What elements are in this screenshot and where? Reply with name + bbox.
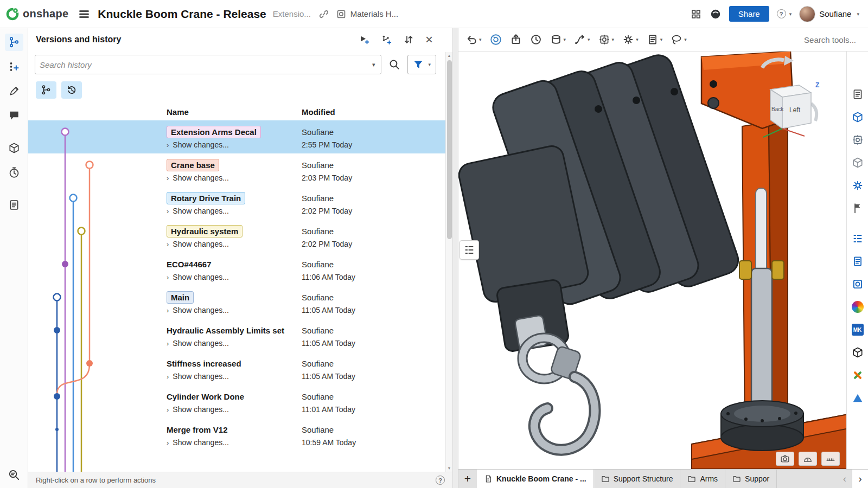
create-branch-button[interactable] [381,34,392,45]
solid-cube-panel-button[interactable] [851,156,865,170]
explode-button[interactable]: ▾ [668,31,690,48]
view-cube-left-face[interactable]: Left [789,106,801,114]
search-submit-button[interactable] [385,55,404,74]
help-icon[interactable]: ? [436,476,445,485]
history-search-input[interactable] [40,60,371,69]
calendar-app-button[interactable] [851,277,865,291]
version-row[interactable]: Crane base › Show changes... Soufiane 2:… [28,153,452,187]
version-row[interactable]: Stiffness increased › Show changes... So… [28,352,452,385]
version-row[interactable]: Hydraulic system › Show changes... Soufi… [28,220,452,253]
measure-panel-button[interactable] [851,201,865,215]
search-tools-input[interactable]: Search tools... [804,35,864,44]
show-changes-link[interactable]: › Show changes... [167,337,302,349]
show-changes-link[interactable]: › Show changes... [167,436,302,448]
snap-mode-button[interactable]: ▾ [571,31,593,48]
panel-scrollbar[interactable]: ▲ ▼ [445,52,452,472]
search-dropdown-caret[interactable]: ▾ [371,61,377,68]
versions-history-panel-button[interactable] [5,34,23,51]
assembly-panel-button[interactable] [851,110,865,124]
comments-button[interactable] [5,107,23,124]
mate-button[interactable]: ▾ [547,31,569,48]
model-canvas[interactable]: Back Left Z [458,52,868,469]
add-tab-button[interactable]: + [458,470,477,488]
appearance-button[interactable] [5,82,23,100]
version-row[interactable]: Merge from V12 › Show changes... Soufian… [28,418,452,451]
tab-suppor[interactable]: Suppor [725,470,777,488]
chevron-down-icon: ▾ [789,11,792,17]
show-changes-link[interactable]: › Show changes... [167,238,302,250]
views-panel-button[interactable] [851,133,865,147]
view-toggles [28,78,452,102]
show-changes-link[interactable]: › Show changes... [167,205,302,217]
show-changes-link[interactable]: › Show changes... [167,370,302,382]
show-changes-link[interactable]: › Show changes... [167,403,302,415]
compare-versions-button[interactable] [403,34,414,45]
history-filter-toggle[interactable] [61,81,82,99]
tab-support-structure[interactable]: Support Structure [594,470,681,488]
version-row[interactable]: Main › Show changes... Soufiane 11:05 AM… [28,286,452,319]
history-button[interactable] [5,164,23,181]
parts-button[interactable] [5,139,23,157]
document-menu-button[interactable] [78,8,90,20]
notes-button[interactable] [5,196,23,214]
format-panel-button[interactable] [851,87,865,101]
filter-button[interactable]: ▾ [407,55,436,74]
feature-list-toggle[interactable] [459,240,479,260]
version-row[interactable]: Rotary Drive Train › Show changes... Sou… [28,187,452,220]
tabs-next-button[interactable]: › [852,470,868,488]
scroll-up-arrow[interactable]: ▲ [448,52,451,59]
bom-button[interactable]: ▾ [644,31,666,48]
panel-resize-divider[interactable] [453,28,458,488]
redo-button[interactable] [487,31,505,48]
scale-bar-button[interactable] [821,452,840,466]
version-row[interactable]: Extension Arms Decal › Show changes... S… [28,120,452,153]
search-graphics-button[interactable] [8,468,21,481]
graph-filter-toggle[interactable] [36,81,56,99]
tab-knuckle-boom-crane[interactable]: Knuckle Boom Crane - ... [477,470,594,488]
version-row[interactable]: ECO#44667 › Show changes... Soufiane 11:… [28,253,452,286]
help-menu-button[interactable]: ? ▾ [777,9,792,18]
onshape-logo[interactable]: onshape [5,7,68,21]
version-time: 11:05 AM Today [302,370,447,382]
close-panel-button[interactable]: × [425,33,433,46]
create-version-button[interactable] [359,34,369,45]
share-button[interactable]: Share [729,6,769,22]
tab-arms[interactable]: Arms [680,470,725,488]
edit-in-context-button[interactable]: ▾ [596,31,617,48]
show-changes-link[interactable]: › Show changes... [167,139,302,151]
wire-cube-app-button[interactable] [851,345,865,359]
show-changes-link[interactable]: › Show changes... [167,304,302,316]
document-panel-button[interactable] [851,254,865,268]
learning-center-button[interactable] [710,8,722,20]
version-row[interactable]: Hydraulic Assembly Limits set › Show cha… [28,319,452,352]
show-changes-link[interactable]: › Show changes... [167,271,302,283]
snapshot-button[interactable] [776,452,794,466]
x-app-button[interactable] [851,368,865,382]
share-link-button[interactable] [318,9,329,20]
outline-panel-button[interactable] [851,232,865,246]
tab-bar: + Knuckle Boom Crane - ...Support Struct… [458,469,868,488]
history-search-row: ▾ ▾ [28,51,452,78]
undo-button[interactable]: ▾ [463,31,484,48]
pinwheel-app-button[interactable] [851,178,865,192]
mk-app-button[interactable]: MK [851,323,865,337]
scroll-down-arrow[interactable]: ▼ [448,465,451,472]
named-positions-button[interactable] [527,31,545,48]
app-store-button[interactable] [690,8,702,20]
user-menu-button[interactable]: Soufiane ▾ [799,6,859,22]
materials-tab-label: Materials H... [350,9,398,18]
tabs-prev-button[interactable]: ‹ [838,470,852,488]
orientation-button[interactable] [799,452,817,466]
show-changes-link[interactable]: › Show changes... [167,172,302,184]
insert-instance-button[interactable] [5,58,23,75]
insert-button[interactable] [507,31,525,48]
version-row[interactable]: Cylinder Work Done › Show changes... Sou… [28,385,452,418]
view-cube-back-face[interactable]: Back [771,106,784,112]
graphics-area[interactable]: Back Left Z MK [458,52,868,469]
triangle-app-button[interactable] [851,391,865,405]
materials-tab[interactable]: Materials H... [336,9,398,20]
color-wheel-app-button[interactable] [851,300,865,314]
replicate-button[interactable]: ▾ [620,31,641,48]
scrollbar-thumb[interactable] [447,60,452,239]
history-search-box[interactable]: ▾ [35,55,381,74]
